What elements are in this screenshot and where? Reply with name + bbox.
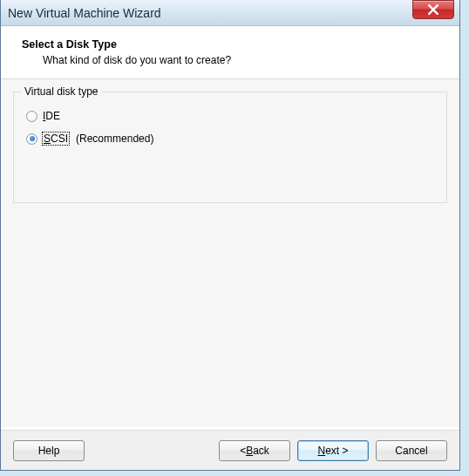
page-title: Select a Disk Type — [22, 38, 438, 51]
next-button[interactable]: Next > — [297, 440, 369, 461]
radio-option-scsi[interactable]: SCSI (Recommended) — [24, 127, 436, 150]
page-subtitle: What kind of disk do you want to create? — [43, 54, 438, 66]
radio-label-scsi: SCSI — [43, 133, 69, 145]
wizard-window: New Virtual Machine Wizard Select a Disk… — [0, 0, 460, 471]
wizard-footer: Help < Back Next > Cancel — [1, 430, 459, 470]
radio-selected-dot — [30, 136, 35, 141]
help-button[interactable]: Help — [13, 440, 85, 461]
wizard-header: Select a Disk Type What kind of disk do … — [1, 26, 459, 79]
content-area: Virtual disk type IDE SCSI (Recommended) — [1, 79, 459, 427]
group-legend: Virtual disk type — [21, 85, 102, 98]
close-icon — [428, 4, 438, 15]
radio-label-ide: IDE — [43, 110, 60, 122]
radio-icon — [26, 133, 37, 145]
recommended-label: (Recommended) — [76, 133, 153, 145]
radio-icon — [26, 111, 37, 122]
window-title: New Virtual Machine Wizard — [8, 6, 161, 20]
cancel-button[interactable]: Cancel — [376, 440, 447, 461]
close-button[interactable] — [412, 0, 454, 19]
radio-option-ide[interactable]: IDE — [24, 105, 436, 127]
back-button[interactable]: < Back — [219, 440, 290, 461]
disk-type-group: Virtual disk type IDE SCSI (Recommended) — [13, 92, 447, 203]
titlebar: New Virtual Machine Wizard — [1, 0, 459, 26]
